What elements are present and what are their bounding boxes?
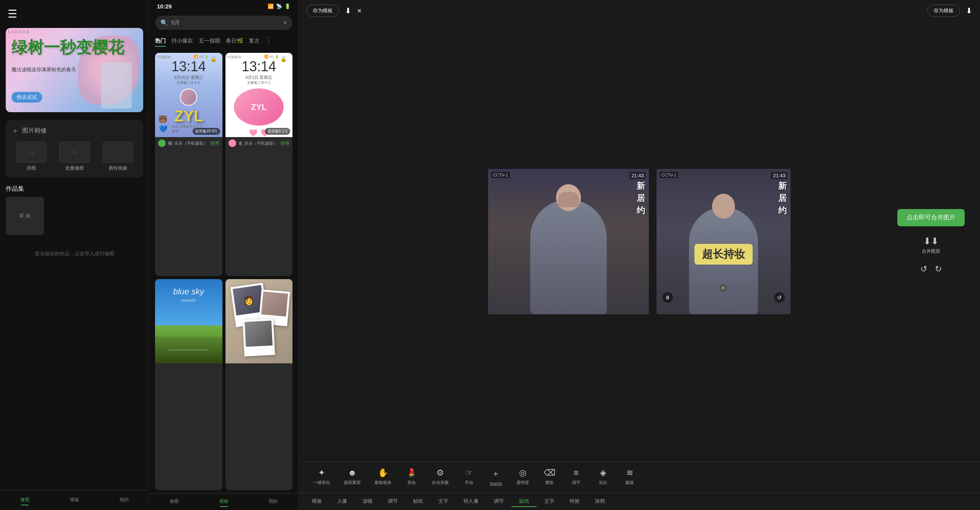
middle-bottom-nav: 修图 模板 我的 bbox=[149, 493, 298, 510]
tab-sticker[interactable]: 贴纸 bbox=[405, 496, 431, 507]
works-draft[interactable]: 草 稿 bbox=[6, 197, 44, 235]
template-card-1[interactable]: 🔒 中国移动 📶 4G 🔋 13:14 3月16日 星期三 主屏第二月十六 ZY… bbox=[155, 53, 222, 276]
canvas-image-2[interactable]: CCTV-1 21:43 新 居 约 × 超长持妆 ⏸ ↺ bbox=[657, 169, 791, 314]
left-nav-mine[interactable]: 我的 bbox=[99, 495, 149, 507]
tool-video[interactable]: 图转视频 bbox=[98, 142, 137, 172]
beautify-label: 一键美化 bbox=[313, 480, 330, 485]
editor-toolbar: ✦ 一键美化 ☻ 面部重塑 ✋ 瘦脸瘦身 💄 美妆 ⚙ 自动美颜 ☞ 手动 ＋ … bbox=[299, 462, 980, 493]
tag-holiday[interactable]: 五一假期 bbox=[199, 36, 220, 47]
opacity-label: 透明度 bbox=[516, 480, 529, 485]
tools-section: ＋ 图片精修 Try 拼图 Try 批量修图 图转视频 bbox=[6, 120, 143, 177]
manual-icon: ☞ bbox=[465, 468, 473, 478]
undo-button[interactable]: ↺ bbox=[920, 264, 927, 274]
mid-nav-template[interactable]: 模板 bbox=[199, 498, 249, 507]
tool-opacity[interactable]: ◎ 透明度 bbox=[509, 466, 536, 489]
tool-batch[interactable]: Try 批量修图 bbox=[55, 142, 94, 172]
blue-sky-text: blue sky bbox=[161, 287, 217, 297]
download-button-right[interactable]: ⬇ bbox=[966, 6, 972, 15]
banner-sakura-text: SAKURA bbox=[8, 30, 30, 34]
tool-face-reshape[interactable]: ☻ 面部重塑 bbox=[337, 466, 368, 489]
template-title-2: 名字缩写壁纸/随便导入一张... bbox=[238, 141, 242, 146]
tools-grid: Try 拼图 Try 批量修图 图转视频 bbox=[11, 142, 137, 172]
tab-paint[interactable]: 涂鸦 bbox=[587, 496, 612, 507]
pause-button[interactable]: ⏸ bbox=[662, 292, 673, 303]
download-button-left[interactable]: ⬇ bbox=[345, 6, 351, 15]
tool-mask[interactable]: ≋ 蒙版 bbox=[616, 466, 643, 489]
tab-sticker2[interactable]: 贴纸 bbox=[511, 496, 537, 507]
tab-filter[interactable]: 滤镜 bbox=[355, 496, 380, 507]
tool-slim[interactable]: ✋ 瘦脸瘦身 bbox=[368, 466, 398, 489]
erase-icon: ⌫ bbox=[544, 468, 555, 478]
scene-overlay-text-2: 新 居 约 bbox=[778, 180, 787, 216]
opacity-icon: ◎ bbox=[519, 468, 526, 478]
template-card-4[interactable]: 👩 bbox=[225, 279, 293, 490]
tag-trending[interactable]: 抖小爆款 bbox=[172, 36, 193, 47]
merge-layer-tool[interactable]: ⬇⬇ 合并图层 bbox=[922, 236, 940, 255]
tag-more-icon[interactable]: ⋮ bbox=[265, 36, 272, 47]
use-button-1[interactable]: 使用 bbox=[210, 140, 219, 147]
sticker-text[interactable]: 超长持妆 bbox=[694, 244, 753, 265]
mid-nav-mine[interactable]: 我的 bbox=[248, 498, 298, 507]
left-nav-mine-label: 我的 bbox=[119, 497, 129, 503]
tool-makeup[interactable]: 💄 美妆 bbox=[398, 466, 425, 489]
tab-template[interactable]: 模板 bbox=[304, 496, 330, 507]
banner-subtitle: 魔法滤镜送你满屏粉色的春天 bbox=[11, 66, 76, 73]
face-reshape-icon: ☻ bbox=[348, 468, 356, 478]
left-nav-template[interactable]: 模板 bbox=[50, 495, 100, 507]
left-bottom-nav: 修图 模板 我的 bbox=[0, 490, 149, 510]
canvas-area: CCTV-1 21:43 新 居 约 CCTV-1 21:43 bbox=[299, 21, 980, 462]
tool-erase[interactable]: ⌫ 擦除 bbox=[536, 466, 563, 489]
mid-nav-edit[interactable]: 修图 bbox=[149, 498, 199, 507]
tool-auto-beauty[interactable]: ⚙ 自动美颜 bbox=[425, 466, 456, 489]
banner-button[interactable]: 快去试试 bbox=[11, 92, 42, 103]
search-close-icon[interactable]: × bbox=[283, 19, 287, 27]
merge-images-button[interactable]: 点击即可合并图片 bbox=[897, 209, 965, 226]
makeup-label: 美妆 bbox=[407, 480, 416, 485]
tool-beautify[interactable]: ✦ 一键美化 bbox=[306, 466, 337, 489]
tab-portrait[interactable]: 人像 bbox=[330, 496, 355, 507]
tab-effects[interactable]: 特效 bbox=[562, 496, 587, 507]
tab-text[interactable]: 文字 bbox=[431, 496, 456, 507]
building-decoration bbox=[101, 62, 132, 108]
search-bar[interactable]: 🔍 5月 × bbox=[155, 16, 292, 30]
tab-text2[interactable]: 文字 bbox=[537, 496, 562, 507]
time-overlay-1: 21:43 bbox=[629, 172, 646, 179]
template-card-3[interactable]: blue sky beautiful bbox=[155, 279, 222, 490]
editor-header-left: 存为模板 ⬇ × bbox=[306, 5, 362, 17]
left-nav-edit[interactable]: 修图 bbox=[0, 495, 50, 507]
replay-button[interactable]: ↺ bbox=[774, 292, 785, 303]
usage-badge-2: 使用量8.1万 bbox=[265, 128, 290, 135]
adjust-icon: ≡ bbox=[574, 468, 579, 478]
status-icons: 📶 📡 🔋 bbox=[268, 3, 291, 9]
canvas-image-1[interactable]: CCTV-1 21:43 新 居 约 bbox=[488, 169, 649, 314]
auto-beauty-icon: ⚙ bbox=[436, 468, 444, 478]
tool-adjust[interactable]: ≡ 调节 bbox=[563, 466, 590, 489]
add-photo-button[interactable]: ＋ 图片精修 bbox=[11, 126, 137, 136]
tab-special-portrait[interactable]: 特人像 bbox=[456, 496, 486, 507]
tag-hot[interactable]: 热门 bbox=[155, 36, 166, 47]
tag-vintage[interactable]: 复古 bbox=[249, 36, 260, 47]
tool-collage[interactable]: Try 拼图 bbox=[11, 142, 51, 172]
template-card-2[interactable]: 🔒 中国移动 📶 4G 🔋 13:14 4月1日 星期五 主屏第二月十三 ZYL… bbox=[225, 53, 293, 276]
hamburger-menu[interactable]: ☰ bbox=[8, 8, 17, 20]
save-template-button-right[interactable]: 存为模板 bbox=[927, 5, 960, 17]
erase-label: 擦除 bbox=[545, 480, 554, 485]
tab-adjust[interactable]: 调节 bbox=[380, 496, 405, 507]
search-input[interactable]: 5月 bbox=[171, 19, 280, 26]
save-template-button-left[interactable]: 存为模板 bbox=[306, 5, 339, 17]
template-date-1: 3月16日 星期三 bbox=[174, 75, 203, 80]
tool-add-sticker[interactable]: ＋ 加贴纸 bbox=[482, 466, 509, 489]
tool-blend[interactable]: ◈ 混合 bbox=[590, 466, 616, 489]
tab-adjust2[interactable]: 调节 bbox=[486, 496, 511, 507]
tag-spring[interactable]: 春日🌿 bbox=[226, 36, 243, 47]
close-button-left[interactable]: × bbox=[357, 7, 362, 15]
scene-overlay-text-1: 新 居 约 bbox=[637, 180, 645, 216]
close-sticker-btn[interactable]: × bbox=[719, 284, 727, 292]
works-grid: 草 稿 bbox=[6, 197, 143, 235]
tool-manual[interactable]: ☞ 手动 bbox=[456, 466, 482, 489]
add-sticker-icon: ＋ bbox=[492, 468, 500, 479]
editor-header: 存为模板 ⬇ × 存为模板 ⬇ bbox=[299, 0, 980, 21]
redo-button[interactable]: ↻ bbox=[935, 264, 942, 274]
use-button-2[interactable]: 使用 bbox=[280, 140, 289, 147]
left-nav-edit-label: 修图 bbox=[20, 497, 29, 503]
